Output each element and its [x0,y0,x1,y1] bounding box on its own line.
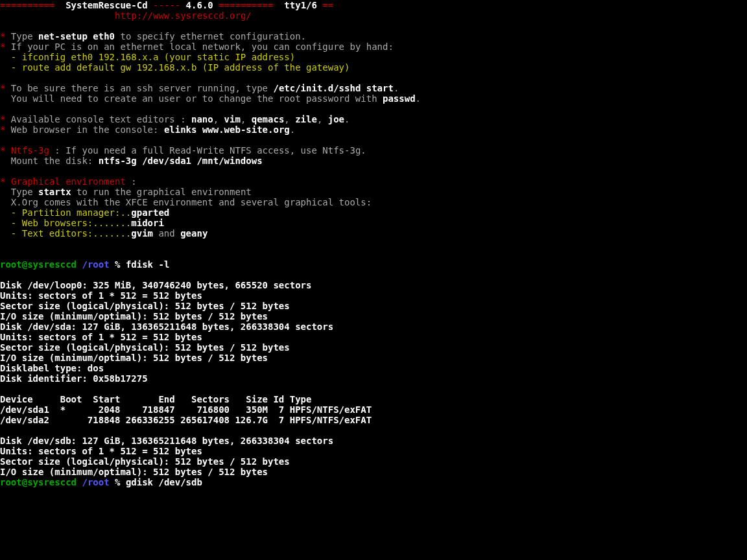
fdisk-line: I/O size (minimum/optimal): 512 bytes / … [0,353,747,363]
blank [0,384,747,394]
partition-table-row: /dev/sda1 * 2048 718847 716800 350M 7 HP… [0,404,747,415]
fdisk-line: Sector size (logical/physical): 512 byte… [0,301,747,311]
fdisk-line: Units: sectors of 1 * 512 = 512 bytes [0,446,747,456]
motd-url: http://www.sysresccd.org/ [0,10,747,21]
blank [0,166,747,176]
graph-startx-line: Type startx to run the graphical environ… [0,187,747,197]
fdisk-line: Units: sectors of 1 * 512 = 512 bytes [0,332,747,342]
bullet-ssh: * To be sure there is an ssh server runn… [0,83,747,93]
blank [0,21,747,31]
blank [0,270,747,280]
fdisk-line: Sector size (logical/physical): 512 byte… [0,342,747,353]
fdisk-line: Disk /dev/sda: 127 GiB, 136365211648 byt… [0,321,747,332]
blank [0,73,747,83]
fdisk-line: Disk /dev/loop0: 325 MiB, 340746240 byte… [0,280,747,290]
bullet-editors: * Available console text editors : nano,… [0,114,747,124]
hint-route: - route add default gw 192.168.x.b (IP a… [0,62,747,73]
partition-table-header: Device Boot Start End Sectors Size Id Ty… [0,394,747,404]
fdisk-line: Disklabel type: dos [0,363,747,373]
command-input[interactable]: gdisk /dev/sdb [126,477,202,487]
partition-table-row: /dev/sda2 718848 266336255 265617408 126… [0,415,747,425]
blank [0,249,747,259]
fdisk-line: I/O size (minimum/optimal): 512 bytes / … [0,467,747,477]
bullet-configure-by-hand: * If your PC is on an ethernet local net… [0,41,747,52]
prompt-fdisk: root@sysresccd /root % fdisk -l [0,259,747,270]
bullet-web: * Web browser in the console: elinks www… [0,124,747,135]
fdisk-line: Sector size (logical/physical): 512 byte… [0,456,747,467]
tool-midori: - Web browsers:.......midori [0,218,747,228]
ntfs-mount-line: Mount the disk: ntfs-3g /dev/sda1 /mnt/w… [0,156,747,166]
fdisk-line: I/O size (minimum/optimal): 512 bytes / … [0,311,747,321]
bullet-graphical: * Graphical environment : [0,176,747,187]
fdisk-line: Disk /dev/sdb: 127 GiB, 136365211648 byt… [0,436,747,446]
fdisk-line: Disk identifier: 0x58b17275 [0,373,747,384]
hint-ifconfig: - ifconfig eth0 192.168.x.a (your static… [0,52,747,62]
tool-gvim-geany: - Text editors:.......gvim and geany [0,228,747,239]
blank [0,104,747,114]
prompt-gdisk[interactable]: root@sysresccd /root % gdisk /dev/sdb [0,477,747,487]
graph-xorg-line: X.Org comes with the XFCE environment an… [0,197,747,207]
ssh-passwd-line: You will need to create an user or to ch… [0,93,747,104]
blank [0,425,747,436]
bullet-ntfs: * Ntfs-3g : If you need a full Read-Writ… [0,145,747,156]
blank [0,135,747,145]
blank [0,239,747,249]
fdisk-line: Units: sectors of 1 * 512 = 512 bytes [0,290,747,301]
bullet-net-setup: * Type net-setup eth0 to specify etherne… [0,31,747,41]
tool-gparted: - Partition manager:..gparted [0,207,747,218]
terminal-screen[interactable]: ========== SystemRescue-Cd ----- 4.6.0 =… [0,0,747,487]
motd-header: ========== SystemRescue-Cd ----- 4.6.0 =… [0,0,747,10]
